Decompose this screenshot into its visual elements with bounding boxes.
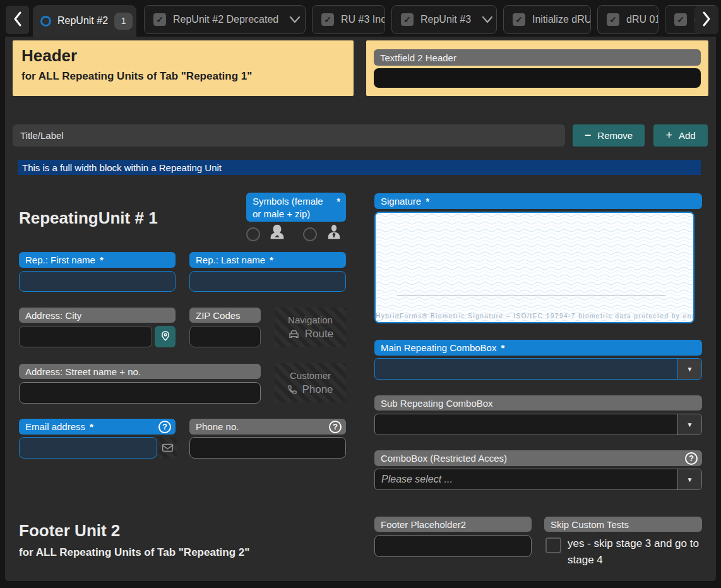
female-person-icon[interactable] — [268, 223, 287, 244]
skip-custom-tests-label: Skip Custom Tests — [544, 517, 702, 532]
required-marker: * — [501, 342, 504, 353]
signature-guilloche-pattern — [376, 213, 693, 322]
email-input[interactable] — [19, 437, 157, 459]
male-person-icon[interactable] — [325, 223, 343, 244]
map-pin-icon — [160, 330, 171, 344]
checkbox-checked-icon[interactable]: ✓ — [321, 13, 334, 26]
city-input[interactable] — [19, 326, 152, 347]
footer-title: Footer Unit 2 — [19, 521, 120, 541]
zip-input[interactable] — [189, 326, 261, 347]
city-label: Address: City — [19, 308, 176, 323]
first-name-label: Rep.: First name * — [19, 252, 176, 268]
footer-placeholder2-label: Footer Placeholder2 — [374, 517, 532, 532]
route-label: Route — [305, 328, 333, 340]
chevron-down-icon[interactable] — [289, 16, 301, 23]
symbols-field-label: Symbols (female or male + zip) * — [246, 193, 346, 222]
repeating-unit-title: RepeatingUnit # 1 — [19, 208, 158, 228]
minus-icon: − — [585, 129, 592, 142]
add-button[interactable]: + Add — [653, 124, 708, 147]
envelope-icon — [162, 443, 174, 453]
header-block: Header for ALL Repeating Units of Tab "R… — [13, 40, 354, 96]
restricted-combobox-label-text: ComboBox (Restricted Acces) — [381, 453, 507, 464]
dropdown-arrow-icon[interactable]: ▼ — [677, 469, 701, 489]
first-name-input[interactable] — [19, 271, 176, 292]
last-name-input[interactable] — [189, 271, 346, 292]
header-title: Header — [21, 46, 345, 66]
tabs-scroll-left-button[interactable] — [6, 6, 29, 34]
phone-icon — [287, 385, 297, 395]
required-marker: * — [270, 255, 273, 265]
phone-no-label: Phone no. ? — [189, 419, 346, 435]
checkbox-checked-icon[interactable]: ✓ — [607, 13, 619, 26]
checkbox-checked-icon[interactable]: ✓ — [401, 13, 414, 26]
chevron-down-icon[interactable] — [482, 16, 493, 23]
zip-label: ZIP Codes — [189, 308, 261, 323]
tab-label: RepUnit #2 — [57, 15, 108, 27]
signature-label-text: Signature — [381, 196, 421, 207]
sub-combobox[interactable]: ▼ — [374, 414, 702, 435]
tabs-scroll-right-button[interactable] — [694, 6, 718, 34]
app-window: RepUnit #2 1 ✓ RepUnit #2 Deprecated ✓ R… — [0, 0, 721, 588]
tab-ru3-inc[interactable]: ✓ RU #3 Inc — [312, 5, 385, 34]
help-icon[interactable]: ? — [685, 452, 698, 465]
remove-button[interactable]: − Remove — [573, 124, 645, 147]
tab-label: Initialize dRU — [532, 14, 591, 25]
tab-label: RU #3 Inc — [341, 14, 385, 25]
checkbox-checked-icon[interactable]: ✓ — [674, 13, 687, 26]
tab-repunit2-deprecated[interactable]: ✓ RepUnit #2 Deprecated — [144, 5, 306, 34]
tab-repunit3[interactable]: ✓ RepUnit #3 — [391, 5, 497, 34]
dropdown-arrow-icon[interactable]: ▼ — [677, 414, 701, 435]
first-name-label-text: Rep.: First name — [25, 255, 95, 265]
footer-subtitle: for ALL Repeating Units of Tab "Repeatin… — [19, 546, 249, 559]
symbol-male-radio[interactable] — [303, 227, 317, 241]
title-label-input[interactable] — [13, 124, 565, 147]
chevron-right-icon — [700, 11, 713, 30]
skip-checkbox[interactable] — [545, 537, 561, 553]
main-combobox-label: Main Repeating ComboBox * — [374, 340, 702, 356]
car-icon — [287, 329, 301, 339]
required-marker: * — [337, 195, 340, 208]
required-marker: * — [90, 421, 93, 432]
tab-label: RepUnit #3 — [420, 14, 471, 25]
tab-dru-01[interactable]: ✓ dRU 01 — [597, 5, 658, 34]
signature-label: Signature * — [374, 193, 702, 209]
tab-label: RepUnit #2 Deprecated — [173, 14, 278, 25]
symbol-female-radio[interactable] — [246, 227, 260, 241]
main-combobox[interactable]: ▼ — [374, 358, 702, 380]
checkbox-checked-icon[interactable]: ✓ — [153, 13, 166, 26]
required-marker: * — [100, 255, 104, 265]
chevron-left-icon — [11, 11, 24, 30]
navigation-route-button[interactable]: Navigation Route — [275, 308, 346, 347]
checkbox-checked-icon[interactable]: ✓ — [513, 13, 525, 26]
dropdown-arrow-icon[interactable]: ▼ — [677, 359, 701, 379]
signature-watermark: HybridForms® Biometric Signature – ISO/I… — [376, 313, 693, 320]
header-textfield-input[interactable] — [374, 68, 701, 88]
phone-no-input[interactable] — [189, 437, 346, 459]
header-subtitle: for ALL Repeating Units of Tab "Repeatin… — [21, 70, 345, 83]
navigation-label: Navigation — [288, 315, 333, 325]
street-input[interactable] — [19, 382, 261, 404]
required-marker: * — [426, 196, 429, 207]
email-label: Email address * ? — [19, 419, 176, 435]
phone-no-label-text: Phone no. — [196, 421, 239, 432]
tab-bar: RepUnit #2 1 ✓ RepUnit #2 Deprecated ✓ R… — [0, 0, 721, 37]
signature-line — [397, 296, 665, 296]
full-width-block: This is a full width block within a Repe… — [18, 160, 701, 175]
help-icon[interactable]: ? — [158, 421, 171, 433]
header-textfield-label: Textfield 2 Header — [374, 49, 701, 66]
skip-checkbox-text: yes - skip stage 3 and go to stage 4 — [568, 536, 703, 569]
tab-label: dRU 01 — [626, 14, 658, 25]
signature-pad[interactable]: HybridForms® Biometric Signature – ISO/I… — [374, 212, 694, 323]
customer-phone-button[interactable]: Customer Phone — [275, 363, 346, 402]
radio-circle-icon — [40, 16, 51, 27]
map-pin-button[interactable] — [155, 326, 176, 347]
restricted-combobox[interactable]: Please select ... ▼ — [374, 469, 702, 490]
tab-initialize-dru[interactable]: ✓ Initialize dRU — [503, 5, 591, 34]
footer-placeholder2-input[interactable] — [374, 535, 532, 557]
sub-combobox-label: Sub Repeating ComboBox — [374, 395, 702, 411]
tab-repunit2-active[interactable]: RepUnit #2 1 — [33, 5, 136, 37]
send-email-button[interactable] — [158, 437, 177, 459]
main-combobox-label-text: Main Repeating ComboBox — [381, 342, 496, 353]
help-icon[interactable]: ? — [329, 421, 342, 433]
symbols-label-text: Symbols (female or male + zip) — [253, 195, 332, 221]
